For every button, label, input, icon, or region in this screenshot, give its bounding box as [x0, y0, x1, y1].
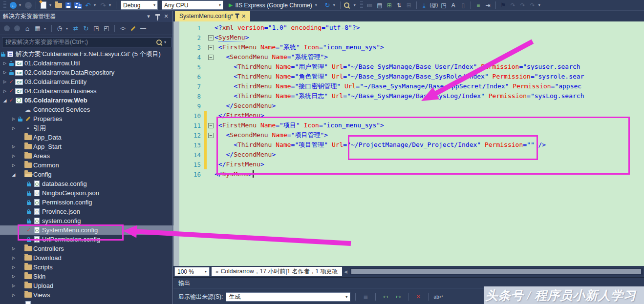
code-line-8[interactable]: 8 <ThirdMenu Name="系统日志" Url="~/Base_Sys…: [179, 91, 644, 101]
tab-systemmenu-config[interactable]: SystemMenu.config* ✕: [175, 11, 250, 21]
tree-item[interactable]: ▷✓C#04.Coldairarrow.Business: [0, 86, 173, 96]
fold-collapse-icon[interactable]: −: [207, 45, 215, 50]
switch-views-icon[interactable]: ▦: [33, 23, 42, 33]
refresh-dropdown-icon[interactable]: ▾: [333, 3, 337, 7]
fold-collapse-icon[interactable]: −: [207, 123, 215, 128]
navigate-back-dropdown-icon[interactable]: ▾: [19, 3, 23, 7]
bookmark-icon[interactable]: ⚑: [499, 0, 508, 10]
new-item-dropdown-icon[interactable]: ▾: [49, 3, 53, 7]
code-line-12[interactable]: 12− <SecondMenu Name="项目管理">: [179, 130, 644, 140]
code-line-1[interactable]: 1<?xml version="1.0" encoding="utf-8"?>: [179, 23, 644, 33]
home-icon[interactable]: ⌂: [23, 23, 32, 33]
tree-item[interactable]: NingboGeojson.json: [0, 188, 173, 198]
insert-snippet-icon[interactable]: ⤓: [420, 0, 429, 10]
tree-item[interactable]: ▷App_Start: [0, 142, 173, 151]
solution-root[interactable]: 解决方案'Coldairarrow.Fx.Net.Easyui.Git' (5 …: [0, 49, 173, 59]
undo-dropdown-icon[interactable]: ▾: [94, 3, 98, 7]
prev-message-icon[interactable]: ↤: [381, 292, 390, 302]
se-refresh-icon[interactable]: ↻: [82, 23, 90, 33]
tree-collapsed-icon[interactable]: ▷: [11, 144, 17, 149]
tab-close-icon[interactable]: ✕: [241, 13, 246, 20]
tree-item[interactable]: ▷Common: [0, 161, 173, 170]
element-icon[interactable]: ◳: [439, 0, 448, 10]
toolbar-grip[interactable]: [3, 1, 6, 9]
tree-item[interactable]: ☁Connected Services: [0, 105, 173, 114]
tree-collapsed-icon[interactable]: ▷: [11, 265, 17, 269]
scroll-left-icon[interactable]: ◀: [342, 269, 350, 274]
tree-collapsed-icon[interactable]: ▷: [2, 80, 8, 84]
tree-item[interactable]: ◢Config: [0, 170, 173, 179]
tree-collapsed-icon[interactable]: ▷: [2, 61, 8, 65]
tree-item[interactable]: ▷C#02.Coldairarrow.DataRepository: [0, 68, 173, 77]
scrollbar-thumb[interactable]: [351, 269, 641, 274]
code-line-5[interactable]: 5 <ThirdMenu Name="用户管理" Url="~/Base_Sys…: [179, 62, 644, 72]
window-position-icon[interactable]: ▾: [144, 12, 153, 21]
search-options-icon[interactable]: ▾: [164, 40, 168, 44]
tree-collapsed-icon[interactable]: ▷: [11, 293, 17, 297]
sync-with-active-document-icon[interactable]: ⇄: [71, 23, 80, 33]
tree-item[interactable]: ▷✓C#03.Coldairarrow.Entity: [0, 77, 173, 86]
tree-item[interactable]: Permission.config: [0, 198, 173, 207]
tree-item[interactable]: ▷Controllers: [0, 244, 173, 253]
tree-item-systemmenu-config[interactable]: ✓SystemMenu.config: [0, 225, 173, 235]
code-line-3[interactable]: 3− <FirstMenu Name="系统" Icon="icon_menu_…: [179, 42, 644, 52]
next-message-icon[interactable]: ↦: [393, 292, 403, 302]
tree-collapsed-icon[interactable]: ▷: [11, 256, 17, 260]
tree-item[interactable]: database.config: [0, 179, 173, 188]
collapse-all-icon[interactable]: ◳: [92, 23, 101, 33]
find-dropdown-icon[interactable]: ▾: [354, 3, 358, 7]
sort-icon[interactable]: ⇅: [395, 0, 404, 10]
tree-item[interactable]: ▷Views: [0, 290, 173, 300]
save-all-icon[interactable]: [74, 0, 83, 10]
find-icon[interactable]: [343, 0, 352, 10]
preview-icon[interactable]: —: [139, 23, 148, 33]
search-input[interactable]: 搜索解决方案资源管理器(Ctrl+;) ▾: [2, 37, 172, 47]
tree-item[interactable]: ▷Upload: [0, 281, 173, 290]
save-icon[interactable]: [64, 0, 73, 10]
code-line-11[interactable]: 11− <FirstMenu Name="项目" Icon="icon_menu…: [179, 121, 644, 130]
filter-dropdown-icon[interactable]: ▾: [66, 26, 70, 31]
code-line-7[interactable]: 7 <ThirdMenu Name="接口密钥管理" Url="~/Base_S…: [179, 81, 644, 91]
tree-item[interactable]: [0, 300, 173, 304]
document-outline-icon[interactable]: ▤: [375, 0, 384, 10]
zoom-dropdown[interactable]: 100 %▾: [174, 267, 210, 276]
tree-collapsed-icon[interactable]: ▷: [2, 70, 8, 75]
tree-collapsed-icon[interactable]: ▷: [11, 117, 17, 121]
code-line-4[interactable]: 4− <SecondMenu Name="系统管理">: [179, 52, 644, 62]
tree-item[interactable]: UrlPermission.config: [0, 235, 173, 244]
solution-platform-dropdown[interactable]: Any CPU▾: [162, 0, 223, 10]
tree-item[interactable]: ▷Scripts: [0, 263, 173, 272]
rename-icon[interactable]: A: [449, 0, 458, 10]
format-document-icon[interactable]: ≡: [474, 0, 483, 10]
undo-icon[interactable]: ↶: [84, 0, 92, 10]
se-back-icon[interactable]: ←: [2, 23, 11, 33]
tree-collapsed-icon[interactable]: ▷: [11, 126, 17, 130]
fold-collapse-icon[interactable]: −: [207, 133, 215, 138]
horizontal-scrollbar[interactable]: [350, 268, 643, 275]
tree-item[interactable]: ▷Areas: [0, 151, 173, 161]
tree-collapsed-icon[interactable]: ▷: [11, 163, 17, 167]
fold-collapse-icon[interactable]: −: [207, 55, 215, 60]
view-code-icon[interactable]: <>: [118, 23, 127, 33]
close-icon[interactable]: ✕: [162, 12, 171, 21]
switch-views-dropdown-icon[interactable]: ▾: [44, 26, 48, 31]
schema-hierarchy-icon[interactable]: ⊞: [385, 0, 394, 10]
solution-configuration-dropdown[interactable]: Debug▾: [121, 0, 158, 10]
attribute-icon[interactable]: (@): [429, 0, 438, 10]
tree-item[interactable]: ▷Download: [0, 253, 173, 263]
codelens-chevron-icon[interactable]: «: [215, 268, 219, 275]
code-line-2[interactable]: 2−<SysMenu>: [179, 33, 644, 42]
code-line-14[interactable]: 14 </SecondMenu>: [179, 150, 644, 160]
tree-item[interactable]: ▷▪▪引用: [0, 123, 173, 133]
start-debugging-button[interactable]: ▶ IIS Express (Google Chrome) ▾: [226, 2, 322, 9]
tree-item[interactable]: ▷Skin: [0, 272, 173, 281]
code-editor[interactable]: 1<?xml version="1.0" encoding="utf-8"?>2…: [173, 21, 644, 266]
indicator-margin[interactable]: [173, 21, 179, 266]
redo-dropdown-icon[interactable]: ▾: [109, 3, 113, 7]
tree-item[interactable]: system.config: [0, 216, 173, 225]
tree-collapsed-icon[interactable]: ▷: [11, 284, 17, 288]
output-source-dropdown[interactable]: 生成▾: [226, 292, 350, 302]
indent-icon[interactable]: ⇥: [484, 0, 493, 10]
navigate-forward-icon[interactable]: →: [24, 0, 33, 10]
tree-collapsed-icon[interactable]: ▷: [11, 246, 17, 251]
